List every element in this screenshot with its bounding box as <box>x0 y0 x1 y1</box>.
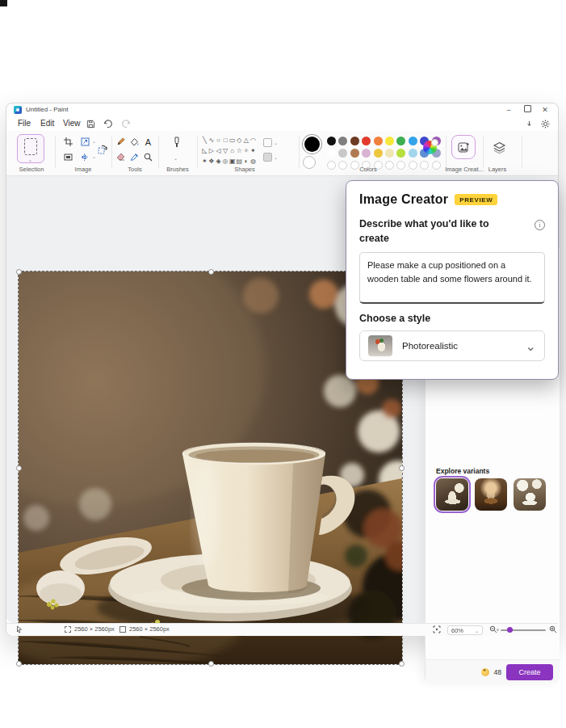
save-icon[interactable] <box>84 118 97 129</box>
color-swatch[interactable] <box>374 149 383 158</box>
text-tool-icon[interactable]: A <box>142 136 154 148</box>
create-button[interactable]: Create <box>506 664 553 680</box>
minimize-button[interactable]: – <box>501 105 516 115</box>
color-swatch[interactable] <box>385 149 394 158</box>
shape-icon[interactable]: ✧ <box>243 145 250 156</box>
style-dropdown[interactable]: Photorealistic ⌄ <box>359 330 545 361</box>
color-swatch[interactable] <box>338 137 347 145</box>
empty-color-swatch[interactable] <box>420 161 429 170</box>
selection-handle-tm[interactable] <box>208 269 214 275</box>
shape-icon[interactable]: ☆ <box>236 145 243 156</box>
menu-bar: File Edit View <box>6 116 558 131</box>
shape-icon[interactable]: ▷ <box>208 145 216 156</box>
shape-icon[interactable]: ○ <box>215 135 222 145</box>
selection-handle-tl[interactable] <box>16 269 22 275</box>
info-icon[interactable]: i <box>535 220 545 230</box>
color-swatch[interactable] <box>338 149 347 158</box>
pencil-icon[interactable] <box>115 136 127 148</box>
resize-icon[interactable] <box>79 136 91 148</box>
magnifier-icon[interactable] <box>142 151 154 163</box>
section-label-brushes: Brushes <box>158 166 197 173</box>
shape-icon[interactable]: ◇ <box>236 135 243 145</box>
color-swatch[interactable] <box>327 149 336 158</box>
background-color-swatch[interactable] <box>303 156 316 169</box>
color-swatch[interactable] <box>327 137 336 145</box>
shape-icon[interactable]: ⌂ <box>228 145 236 156</box>
redo-icon[interactable] <box>119 118 132 129</box>
color-swatch[interactable] <box>350 149 359 158</box>
cursor-position-icon <box>16 625 23 633</box>
prompt-textarea[interactable]: Please make a cup positioned on a wooden… <box>359 252 545 304</box>
foreground-color-swatch[interactable] <box>304 137 320 152</box>
selection-handle-mr[interactable] <box>399 465 405 471</box>
undo-icon[interactable] <box>102 118 115 129</box>
selection-handle-ml[interactable] <box>16 465 22 471</box>
empty-color-swatch[interactable] <box>432 161 441 170</box>
color-swatch[interactable] <box>374 137 383 145</box>
section-label-tools: Tools <box>111 166 158 173</box>
brush-icon[interactable] <box>170 137 182 149</box>
crop-icon[interactable] <box>62 136 74 148</box>
shape-icon[interactable]: □ <box>222 135 229 145</box>
color-swatch[interactable] <box>385 137 394 145</box>
chevron-down-icon[interactable]: ⌄ <box>174 155 178 161</box>
variant-thumbnail-2[interactable] <box>475 478 507 511</box>
shapes-grid: ╲∿○□▭◇△◠◺▷◁▽⌂☆✧✦✶❖◈◎▣▤◐◍ <box>201 135 258 169</box>
shape-fill-dropdown[interactable]: ⌄ <box>263 152 281 162</box>
chevron-down-icon[interactable]: ⌄ <box>92 154 96 159</box>
selection-tool-button[interactable]: ⌄ <box>17 134 44 163</box>
menu-edit[interactable]: Edit <box>37 118 57 128</box>
chevron-down-icon[interactable]: ⌄ <box>92 138 96 144</box>
fill-bucket-icon[interactable] <box>128 136 140 148</box>
shape-icon[interactable]: ✦ <box>249 145 257 156</box>
shape-icon[interactable]: ▭ <box>228 135 236 145</box>
selection-handle-br[interactable] <box>399 661 405 667</box>
shape-icon[interactable]: ◁ <box>215 145 222 156</box>
shape-icon[interactable]: △ <box>243 135 250 145</box>
zoom-slider[interactable] <box>501 629 546 631</box>
selection-handle-bm[interactable] <box>208 661 214 667</box>
image-creator-button[interactable] <box>451 135 476 159</box>
color-swatch[interactable] <box>409 149 417 158</box>
close-button[interactable]: ✕ <box>538 105 552 115</box>
zoom-level-dropdown[interactable]: 60% ⌄ <box>447 625 483 635</box>
edit-colors-wheel-icon[interactable] <box>423 141 437 154</box>
shape-icon[interactable]: ∿ <box>208 135 216 145</box>
color-swatch[interactable] <box>350 137 359 145</box>
color-picker-icon[interactable] <box>128 151 140 163</box>
maximize-button[interactable] <box>520 105 535 115</box>
selection-handle-bl[interactable] <box>16 661 22 667</box>
color-swatch[interactable] <box>396 137 405 145</box>
color-swatch[interactable] <box>362 149 371 158</box>
menu-file[interactable]: File <box>15 118 34 128</box>
window-title: Untitled - Paint <box>26 106 68 113</box>
color-swatch[interactable] <box>396 149 405 158</box>
color-swatch[interactable] <box>409 137 417 145</box>
zoom-in-icon[interactable] <box>549 625 557 633</box>
menu-view[interactable]: View <box>60 118 84 128</box>
zoom-level-value: 60% <box>451 627 463 634</box>
selected-image[interactable] <box>19 271 402 664</box>
more-options-icon[interactable] <box>522 118 535 129</box>
settings-gear-icon[interactable] <box>539 118 551 129</box>
shape-icon[interactable]: ◺ <box>201 145 208 156</box>
shape-outline-dropdown[interactable]: ⌄ <box>263 137 281 148</box>
shape-icon[interactable]: ▽ <box>222 145 229 156</box>
explore-variants-label: Explore variants <box>436 467 489 475</box>
section-label-image: Image <box>57 166 110 173</box>
status-bar: 2560 × 2560px 2560 × 2560px 60% ⌄ <box>6 623 558 636</box>
fit-to-screen-icon[interactable] <box>433 625 441 633</box>
layers-button[interactable] <box>488 137 509 158</box>
zoom-slider-thumb[interactable] <box>507 627 513 633</box>
ribbon-toolbar: ⌄ Selection ⌄ ⌄ Image <box>6 131 558 176</box>
rotate-icon[interactable] <box>97 143 109 155</box>
color-swatch[interactable] <box>362 137 371 145</box>
variant-thumbnail-1[interactable] <box>436 478 468 511</box>
eraser-icon[interactable] <box>115 151 127 163</box>
shape-icon[interactable]: ╲ <box>201 135 208 145</box>
style-label: Choose a style <box>359 313 545 324</box>
select-all-icon[interactable] <box>62 151 74 163</box>
flip-icon[interactable] <box>79 151 91 163</box>
shape-icon[interactable]: ◠ <box>249 135 257 145</box>
variant-thumbnail-3[interactable] <box>514 478 546 511</box>
